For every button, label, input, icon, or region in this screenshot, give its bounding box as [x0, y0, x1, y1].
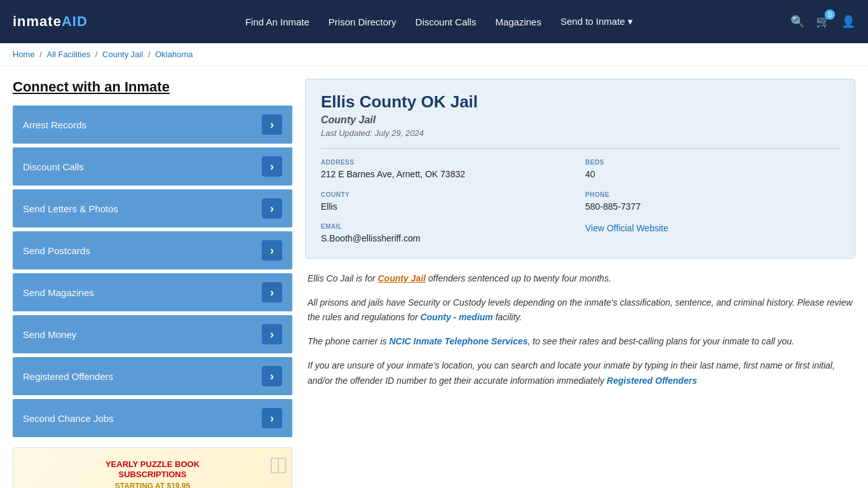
- county-label: COUNTY: [321, 191, 575, 198]
- main-layout: Connect with an Inmate Arrest Records › …: [0, 66, 868, 488]
- phone-value: 580-885-7377: [585, 201, 839, 214]
- sidebar: Connect with an Inmate Arrest Records › …: [13, 79, 292, 488]
- email-cell: EMAIL S.Booth@ellissheriff.com: [321, 223, 575, 245]
- registered-offenders-link[interactable]: Registered Offenders: [607, 376, 697, 386]
- header: inmateAID Find An Inmate Prison Director…: [0, 0, 868, 43]
- county-jail-link-1[interactable]: County Jail: [377, 273, 425, 283]
- search-icon[interactable]: 🔍: [790, 15, 804, 29]
- sidebar-btn-send-letters[interactable]: Send Letters & Photos ›: [13, 189, 292, 227]
- arrow-icon: ›: [262, 198, 282, 219]
- desc-p2-before: All prisons and jails have Security or C…: [308, 297, 853, 323]
- sidebar-label-second-chance-jobs: Second Chance Jobs: [23, 413, 114, 424]
- ad-title: YEARLY PUZZLE BOOKSUBSCRIPTIONS: [105, 459, 200, 479]
- county-value: Ellis: [321, 201, 575, 214]
- info-grid: ADDRESS 212 E Barnes Ave, Arnett, OK 738…: [321, 148, 839, 245]
- arrow-icon: ›: [262, 240, 282, 261]
- cart-icon[interactable]: 🛒 0: [816, 15, 830, 29]
- phone-label: PHONE: [585, 191, 839, 198]
- arrow-icon: ›: [262, 324, 282, 344]
- main-nav: Find An Inmate Prison Directory Discount…: [245, 16, 633, 27]
- sidebar-btn-discount-calls[interactable]: Discount Calls ›: [13, 147, 292, 186]
- desc-p2-after: facility.: [493, 312, 522, 322]
- sidebar-btn-send-money[interactable]: Send Money ›: [13, 315, 292, 353]
- beds-value: 40: [585, 168, 839, 181]
- ad-inner: YEARLY PUZZLE BOOKSUBSCRIPTIONS STARTING…: [13, 448, 292, 488]
- email-label: EMAIL: [321, 223, 575, 230]
- county-cell: COUNTY Ellis: [321, 191, 575, 214]
- nav-send-to-inmate[interactable]: Send to Inmate ▾: [560, 16, 633, 27]
- view-official-website-link[interactable]: View Official Website: [585, 223, 668, 233]
- logo: inmateAID: [13, 13, 88, 30]
- user-icon[interactable]: 👤: [841, 15, 855, 29]
- ad-price: STARTING AT $19.95: [115, 482, 190, 488]
- breadcrumb-home[interactable]: Home: [13, 50, 35, 59]
- sidebar-label-discount-calls: Discount Calls: [23, 161, 84, 172]
- facility-name: Ellis County OK Jail: [321, 92, 839, 112]
- sidebar-label-send-magazines: Send Magazines: [23, 287, 94, 298]
- desc-para-4: If you are unsure of your inmate's locat…: [308, 358, 853, 389]
- breadcrumb-sep-2: /: [95, 50, 100, 59]
- breadcrumb: Home / All Facilities / County Jail / Ok…: [0, 43, 868, 66]
- logo-area: inmateAID: [13, 13, 88, 30]
- facility-updated: Last Updated: July 29, 2024: [321, 128, 839, 138]
- arrow-icon: ›: [262, 408, 282, 428]
- desc-para-1: Ellis Co Jail is for County Jail offende…: [308, 271, 853, 287]
- sidebar-btn-registered-offenders[interactable]: Registered Offenders ›: [13, 357, 292, 395]
- arrow-icon: ›: [262, 282, 282, 302]
- breadcrumb-sep-1: /: [39, 50, 44, 59]
- breadcrumb-county-jail[interactable]: County Jail: [102, 50, 143, 59]
- email-value: S.Booth@ellissheriff.com: [321, 233, 575, 245]
- address-label: ADDRESS: [321, 159, 575, 166]
- arrow-icon: ›: [262, 366, 282, 386]
- sidebar-label-arrest-records: Arrest Records: [23, 119, 86, 130]
- county-medium-link[interactable]: County - medium: [420, 312, 492, 322]
- address-cell: ADDRESS 212 E Barnes Ave, Arnett, OK 738…: [321, 159, 575, 181]
- desc-p3-before: The phone carrier is: [308, 336, 389, 346]
- nav-find-inmate[interactable]: Find An Inmate: [245, 17, 309, 27]
- sidebar-label-send-postcards: Send Postcards: [23, 245, 90, 256]
- breadcrumb-all-facilities[interactable]: All Facilities: [47, 50, 91, 59]
- desc-para-2: All prisons and jails have Security or C…: [308, 295, 853, 326]
- breadcrumb-oklahoma[interactable]: Oklahoma: [155, 50, 193, 59]
- beds-label: BEDS: [585, 159, 839, 166]
- website-cell: View Official Website: [585, 223, 839, 245]
- sidebar-btn-send-magazines[interactable]: Send Magazines ›: [13, 273, 292, 311]
- sidebar-label-send-letters: Send Letters & Photos: [23, 203, 118, 214]
- beds-cell: BEDS 40: [585, 159, 839, 181]
- sidebar-btn-second-chance-jobs[interactable]: Second Chance Jobs ›: [13, 399, 292, 437]
- address-value: 212 E Barnes Ave, Arnett, OK 73832: [321, 168, 575, 181]
- sidebar-label-registered-offenders: Registered Offenders: [23, 371, 113, 382]
- ncic-link[interactable]: NCIC Inmate Telephone Services: [389, 336, 527, 346]
- content: Ellis County OK Jail County Jail Last Up…: [305, 79, 855, 488]
- description: Ellis Co Jail is for County Jail offende…: [305, 271, 855, 389]
- nav-magazines[interactable]: Magazines: [495, 17, 541, 27]
- facility-card: Ellis County OK Jail County Jail Last Up…: [305, 79, 855, 259]
- facility-type: County Jail: [321, 114, 839, 126]
- header-icons: 🔍 🛒 0 👤: [790, 15, 855, 29]
- desc-para-3: The phone carrier is NCIC Inmate Telepho…: [308, 334, 853, 349]
- cart-badge: 0: [825, 10, 835, 20]
- desc-p1-after: offenders sentenced up to twenty four mo…: [426, 273, 611, 283]
- arrow-icon: ›: [262, 156, 282, 177]
- arrow-icon: ›: [262, 114, 282, 135]
- ad-banner[interactable]: YEARLY PUZZLE BOOKSUBSCRIPTIONS STARTING…: [13, 447, 292, 488]
- sidebar-label-send-money: Send Money: [23, 329, 76, 340]
- phone-cell: PHONE 580-885-7377: [585, 191, 839, 214]
- breadcrumb-sep-3: /: [148, 50, 153, 59]
- sidebar-btn-arrest-records[interactable]: Arrest Records ›: [13, 105, 292, 144]
- desc-p4-before: If you are unsure of your inmate's locat…: [308, 360, 835, 386]
- nav-discount-calls[interactable]: Discount Calls: [416, 17, 477, 27]
- puzzle-icon: ◫: [269, 452, 288, 476]
- sidebar-btn-send-postcards[interactable]: Send Postcards ›: [13, 231, 292, 269]
- sidebar-title: Connect with an Inmate: [13, 79, 292, 95]
- nav-prison-directory[interactable]: Prison Directory: [329, 17, 397, 27]
- desc-p1-before: Ellis Co Jail is for: [308, 273, 377, 283]
- desc-p3-after: , to see their rates and best-calling pl…: [528, 336, 794, 346]
